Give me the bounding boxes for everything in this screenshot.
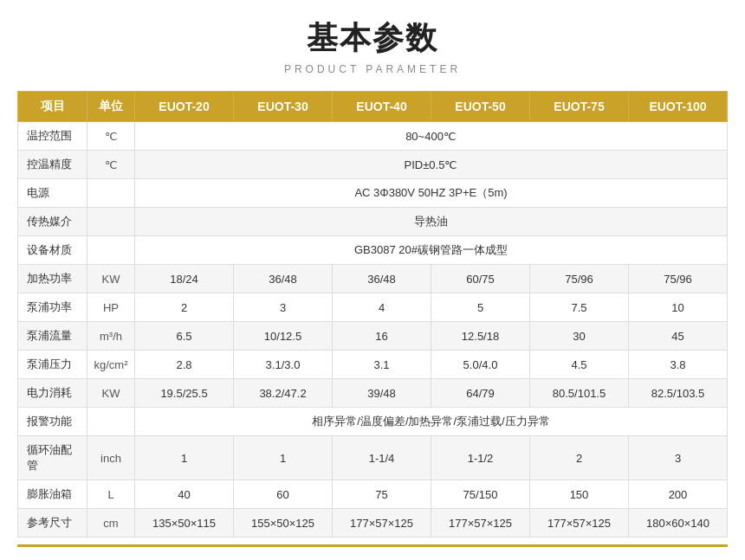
- row-label-3: 传热媒介: [18, 208, 87, 236]
- table-row: 参考尺寸cm135×50×115155×50×125177×57×125177×…: [18, 509, 728, 537]
- table-row: 控温精度℃PID±0.5℃: [18, 151, 728, 179]
- row-cell-8-4: 4.5: [530, 351, 629, 379]
- table-row: 设备材质GB3087 20#碳钢管路一体成型: [18, 236, 728, 265]
- row-cell-13-3: 177×57×125: [431, 509, 530, 537]
- row-cell-6-5: 10: [629, 293, 728, 322]
- row-unit-3: [87, 208, 135, 236]
- row-cell-7-1: 10/12.5: [234, 322, 333, 351]
- row-label-2: 电源: [18, 179, 87, 208]
- row-cell-13-2: 177×57×125: [333, 509, 431, 537]
- row-cell-9-0: 19.5/25.5: [135, 379, 234, 408]
- table-row: 报警功能相序异常/温度偏差/加热异常/泵浦过载/压力异常: [18, 408, 728, 436]
- row-cell-9-5: 82.5/103.5: [629, 379, 728, 408]
- row-unit-9: KW: [87, 379, 135, 408]
- row-cell-11-3: 1-1/2: [431, 436, 530, 480]
- row-cell-11-4: 2: [530, 436, 629, 480]
- column-header-2: EUOT-20: [135, 92, 234, 122]
- row-cell-11-2: 1-1/4: [333, 436, 431, 480]
- row-cell-5-3: 60/75: [431, 265, 530, 293]
- row-cell-7-4: 30: [530, 322, 629, 351]
- row-value-10: 相序异常/温度偏差/加热异常/泵浦过载/压力异常: [135, 408, 728, 436]
- row-cell-8-1: 3.1/3.0: [234, 351, 333, 379]
- column-header-6: EUOT-75: [530, 92, 629, 122]
- row-cell-7-2: 16: [333, 322, 431, 351]
- table-row: 泵浦功率HP23457.510: [18, 293, 728, 322]
- row-unit-4: [87, 236, 135, 265]
- row-value-4: GB3087 20#碳钢管路一体成型: [135, 236, 728, 265]
- column-header-0: 项目: [18, 92, 87, 122]
- row-cell-13-5: 180×60×140: [629, 509, 728, 537]
- row-unit-1: ℃: [87, 151, 135, 179]
- row-unit-11: inch: [87, 436, 135, 480]
- row-cell-7-5: 45: [629, 322, 728, 351]
- row-label-8: 泵浦压力: [18, 351, 87, 379]
- row-cell-12-5: 200: [629, 480, 728, 509]
- row-cell-8-5: 3.8: [629, 351, 728, 379]
- row-label-11: 循环油配管: [18, 436, 87, 480]
- row-cell-12-0: 40: [135, 480, 234, 509]
- page-subtitle: PRODUCT PARAMETER: [284, 63, 461, 75]
- row-cell-5-2: 36/48: [333, 265, 431, 293]
- row-cell-9-3: 64/79: [431, 379, 530, 408]
- row-cell-12-3: 75/150: [431, 480, 530, 509]
- row-cell-8-3: 5.0/4.0: [431, 351, 530, 379]
- column-header-5: EUOT-50: [431, 92, 530, 122]
- row-label-6: 泵浦功率: [18, 293, 87, 322]
- row-unit-10: [87, 408, 135, 436]
- row-cell-6-0: 2: [135, 293, 234, 322]
- table-row: 加热功率KW18/2436/4836/4860/7575/9675/96: [18, 265, 728, 293]
- row-cell-5-1: 36/48: [234, 265, 333, 293]
- row-cell-12-1: 60: [234, 480, 333, 509]
- row-label-12: 膨胀油箱: [18, 480, 87, 509]
- row-value-3: 导热油: [135, 208, 728, 236]
- row-unit-0: ℃: [87, 122, 135, 151]
- row-cell-9-4: 80.5/101.5: [530, 379, 629, 408]
- row-unit-12: L: [87, 480, 135, 509]
- table-row: 膨胀油箱L40607575/150150200: [18, 480, 728, 509]
- row-cell-13-4: 177×57×125: [530, 509, 629, 537]
- row-unit-13: cm: [87, 509, 135, 537]
- row-label-1: 控温精度: [18, 151, 87, 179]
- column-header-4: EUOT-40: [333, 92, 431, 122]
- row-cell-8-0: 2.8: [135, 351, 234, 379]
- row-cell-6-2: 4: [333, 293, 431, 322]
- column-header-7: EUOT-100: [629, 92, 728, 122]
- row-cell-13-0: 135×50×115: [135, 509, 234, 537]
- table-row: 传热媒介导热油: [18, 208, 728, 236]
- row-label-5: 加热功率: [18, 265, 87, 293]
- row-cell-8-2: 3.1: [333, 351, 431, 379]
- row-cell-6-3: 5: [431, 293, 530, 322]
- row-cell-11-0: 1: [135, 436, 234, 480]
- row-cell-12-4: 150: [530, 480, 629, 509]
- row-unit-8: kg/cm²: [87, 351, 135, 379]
- row-cell-5-4: 75/96: [530, 265, 629, 293]
- table-row: 电力消耗KW19.5/25.538.2/47.239/4864/7980.5/1…: [18, 379, 728, 408]
- table-row: 电源AC 3Φ380V 50HZ 3P+E（5m): [18, 179, 728, 208]
- row-cell-13-1: 155×50×125: [234, 509, 333, 537]
- table-row: 泵浦流量m³/h6.510/12.51612.5/183045: [18, 322, 728, 351]
- page-title: 基本参数: [307, 17, 438, 60]
- row-label-0: 温控范围: [18, 122, 87, 151]
- parameter-table: 项目单位EUOT-20EUOT-30EUOT-40EUOT-50EUOT-75E…: [17, 91, 728, 537]
- row-unit-7: m³/h: [87, 322, 135, 351]
- row-cell-12-2: 75: [333, 480, 431, 509]
- row-label-9: 电力消耗: [18, 379, 87, 408]
- row-cell-11-1: 1: [234, 436, 333, 480]
- row-cell-5-5: 75/96: [629, 265, 728, 293]
- row-cell-5-0: 18/24: [135, 265, 234, 293]
- row-value-2: AC 3Φ380V 50HZ 3P+E（5m): [135, 179, 728, 208]
- row-cell-6-4: 7.5: [530, 293, 629, 322]
- row-value-0: 80~400℃: [135, 122, 728, 151]
- row-cell-7-3: 12.5/18: [431, 322, 530, 351]
- row-label-4: 设备材质: [18, 236, 87, 265]
- row-cell-9-2: 39/48: [333, 379, 431, 408]
- row-label-7: 泵浦流量: [18, 322, 87, 351]
- row-unit-2: [87, 179, 135, 208]
- row-cell-7-0: 6.5: [135, 322, 234, 351]
- row-unit-6: HP: [87, 293, 135, 322]
- table-row: 温控范围℃80~400℃: [18, 122, 728, 151]
- table-row: 循环油配管inch111-1/41-1/223: [18, 436, 728, 480]
- table-row: 泵浦压力kg/cm²2.83.1/3.03.15.0/4.04.53.8: [18, 351, 728, 379]
- row-label-13: 参考尺寸: [18, 509, 87, 537]
- row-unit-5: KW: [87, 265, 135, 293]
